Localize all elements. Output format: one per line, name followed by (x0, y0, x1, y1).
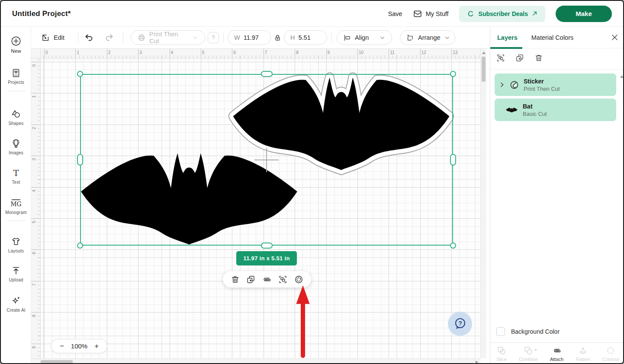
resize-handle-bottom-right[interactable] (450, 243, 456, 249)
ruler-number: 12 (421, 50, 426, 55)
resize-handle-top[interactable] (261, 71, 273, 77)
select-all-icon[interactable] (495, 52, 507, 64)
layer-operation: Basic Cut (523, 111, 547, 118)
header-actions: Save My Stuff Subscriber Deals Make (388, 6, 612, 22)
divider (331, 32, 332, 43)
layer-list-scroll-up-arrow[interactable] (620, 75, 624, 78)
edit-toolbar: Edit Print Then Cut ? W 11.97 H 5.51 (31, 27, 490, 48)
tab-material-colors[interactable]: Material Colors (531, 34, 574, 41)
ruler-number: 4 (32, 189, 36, 192)
ruler-number: 5 (32, 221, 36, 224)
ruler-vertical: 0123456789 (31, 58, 41, 358)
resize-handle-top-left[interactable] (77, 71, 83, 77)
divider (123, 32, 123, 43)
vertical-scroll-thumb[interactable] (482, 57, 486, 82)
flatten-button[interactable]: Flatten (576, 346, 590, 362)
flatten-icon (578, 346, 588, 355)
resize-handle-top-right[interactable] (450, 71, 456, 77)
sidebar-divider (6, 91, 25, 91)
layer-row-sticker[interactable]: Sticker Print Then Cut (495, 73, 616, 96)
ruler-number: 7 (32, 284, 36, 286)
zoom-out-button[interactable]: − (60, 342, 64, 351)
sidebar-item-text[interactable]: T Text (1, 168, 31, 185)
cricut-logo-icon (467, 10, 475, 18)
ruler-number: 3 (139, 50, 142, 55)
undo-button[interactable] (84, 30, 94, 45)
attach-paperclip-icon[interactable] (262, 275, 272, 284)
hot-air-balloon-icon (11, 138, 21, 149)
background-color-checkbox[interactable] (496, 327, 505, 336)
arrange-dropdown[interactable]: Arrange (400, 30, 455, 45)
sidebar-item-layouts[interactable]: Layouts (1, 236, 31, 253)
expand-chevron-icon[interactable] (499, 81, 505, 88)
align-dropdown[interactable]: Align (337, 30, 392, 45)
sticker-layer-icon (509, 80, 520, 90)
upload-icon (11, 265, 21, 276)
vertical-scrollbar[interactable] (480, 49, 486, 358)
sidebar-item-upload[interactable]: Upload (1, 265, 31, 282)
make-button[interactable]: Make (556, 6, 612, 22)
projects-icon (11, 68, 21, 78)
resize-handle-left[interactable] (77, 154, 83, 166)
undo-icon (84, 32, 94, 43)
background-color-row: Background Color (496, 327, 560, 336)
sidebar-item-shapes[interactable]: Shapes (1, 109, 31, 126)
close-panel-button[interactable] (611, 33, 619, 42)
save-button[interactable]: Save (388, 10, 402, 17)
attach-paperclip-icon (552, 346, 562, 355)
tshirt-icon (11, 236, 21, 247)
lock-ratio-button[interactable] (273, 30, 282, 45)
duplicate-layer-icon[interactable] (514, 52, 526, 64)
attach-button[interactable]: Attach (550, 346, 563, 362)
sidebar-item-new[interactable]: New (1, 35, 31, 54)
my-stuff-button[interactable]: My Stuff (413, 9, 449, 19)
layer-tools-bar: Slice Combine Attach Flatten Contour (490, 343, 624, 364)
zoom-control: − 100% + (51, 339, 107, 353)
horizontal-scrollbar[interactable] (31, 358, 480, 364)
redo-button[interactable] (104, 30, 114, 45)
ruler-number: 1 (77, 50, 79, 55)
shapes-icon (11, 109, 21, 119)
sidebar-item-monogram[interactable]: MG Monogram (1, 198, 31, 215)
sticker-offset-icon[interactable] (294, 275, 304, 284)
scroll-up-arrow[interactable] (482, 51, 486, 54)
layer-row-bat[interactable]: Bat Basic Cut (495, 99, 616, 121)
layer-name: Sticker (524, 77, 560, 86)
redo-icon (104, 32, 114, 43)
external-link-icon (532, 11, 537, 16)
resize-handle-bottom[interactable] (261, 243, 273, 249)
monogram-icon: MG (10, 198, 22, 208)
sidebar-item-images[interactable]: Images (1, 138, 31, 155)
resize-handle-bottom-left[interactable] (77, 243, 83, 249)
delete-icon[interactable] (231, 275, 240, 284)
edit-button[interactable]: Edit (41, 30, 64, 45)
delete-layer-icon[interactable] (533, 52, 545, 64)
zoom-in-button[interactable]: + (94, 342, 99, 351)
operation-select[interactable]: Print Then Cut (131, 30, 205, 45)
ruler-number: 4 (171, 50, 174, 55)
select-all-icon[interactable] (278, 275, 287, 284)
width-field[interactable]: W 11.97 (228, 30, 271, 45)
scroll-right-arrow[interactable] (476, 361, 478, 364)
layer-operation: Print Then Cut (524, 86, 560, 93)
divider (78, 32, 78, 43)
combine-icon (524, 346, 533, 355)
resize-handle-right[interactable] (450, 154, 456, 166)
height-field[interactable]: H 5.51 (284, 30, 327, 45)
help-button[interactable]: ? (448, 312, 472, 336)
app-header: Untitled Project* Save My Stuff Subscrib… (1, 1, 623, 27)
slice-button[interactable]: Slice (496, 346, 507, 362)
tab-layers[interactable]: Layers (497, 34, 518, 41)
contour-button[interactable]: Contour (602, 346, 619, 362)
subscriber-deals-button[interactable]: Subscriber Deals (459, 6, 545, 22)
horizontal-scroll-thumb[interactable] (41, 360, 73, 364)
duplicate-icon[interactable] (246, 275, 255, 284)
sidebar-item-projects[interactable]: Projects (1, 68, 31, 85)
envelope-icon (413, 9, 422, 19)
ruler-number: 0 (32, 64, 36, 67)
ruler-number: 10 (359, 50, 363, 55)
operation-help-button[interactable]: ? (208, 32, 219, 43)
combine-button[interactable]: Combine (519, 346, 538, 362)
sidebar-item-create-ai[interactable]: Create AI (1, 296, 31, 313)
printer-icon (137, 33, 146, 42)
